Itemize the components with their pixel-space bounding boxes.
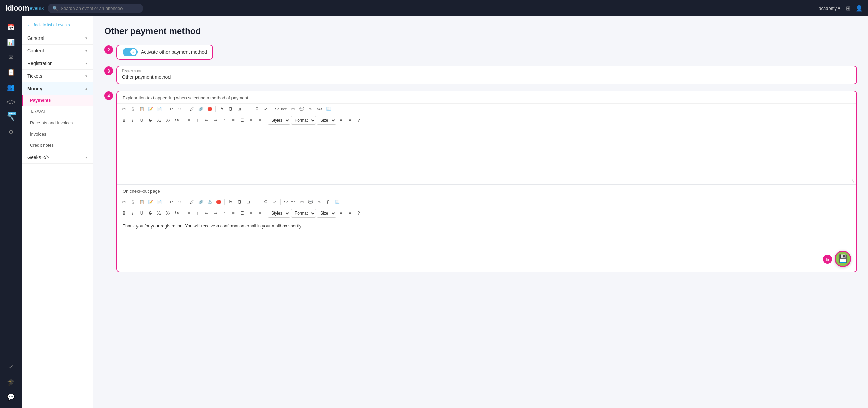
toolbar-subscript-btn[interactable]: X₂ [155,116,163,124]
toolbar2-comment-btn[interactable]: 💬 [307,198,315,206]
academy-dropdown[interactable]: academy ▾ [819,6,840,11]
toolbar2-bold-btn[interactable]: B [120,209,128,217]
toolbar2-special-btn[interactable]: Ω [262,198,270,206]
sidebar-item-wrench[interactable]: 🔧 NEW [4,110,18,124]
editor1-format-select[interactable]: Format [291,116,316,125]
toolbar2-subscript-btn[interactable]: X₂ [155,209,163,217]
toolbar2-link-btn[interactable]: 🔗 [197,198,205,206]
toolbar2-bgcolor-btn[interactable]: A [346,209,354,217]
toolbar-ordered-list-btn[interactable]: ≡ [185,116,193,124]
toolbar2-align-center-btn[interactable]: ☰ [238,209,246,217]
sidebar-item-graduation[interactable]: 🎓 [4,375,18,389]
toolbar-align-right-btn[interactable]: ≡ [247,116,255,124]
nav-sub-item-credit-notes[interactable]: Credit notes [22,140,93,151]
editor2-styles-select[interactable]: Styles [268,209,290,218]
toolbar-doc-btn[interactable]: 📃 [324,105,333,113]
search-input[interactable] [61,6,138,11]
activate-toggle[interactable] [123,48,138,56]
nav-section-geeks-header[interactable]: Geeks </> ▾ [22,151,93,163]
toolbar2-fontcolor-btn[interactable]: A [337,209,345,217]
toolbar2-align-justify-btn[interactable]: ≡ [256,209,264,217]
toolbar-flag-btn[interactable]: ⚑ [218,105,226,113]
toolbar2-paste-text-btn[interactable]: 📝 [146,198,155,206]
toolbar2-ordered-list-btn[interactable]: ≡ [185,209,193,217]
editor2-body[interactable]: Thank you for your registration! You wil… [117,219,856,247]
toolbar-quote-btn[interactable]: ❝ [220,116,228,124]
nav-sub-item-invoices[interactable]: Invoices [22,128,93,140]
search-bar[interactable]: 🔍 [48,4,143,13]
toolbar2-clearformat-btn[interactable]: I✕ [173,209,181,217]
toolbar2-align-left-btn[interactable]: ≡ [229,209,237,217]
toolbar2-more-btn[interactable]: ✉ [298,198,306,206]
toolbar2-unordered-list-btn[interactable]: ⁝ [194,209,202,217]
toolbar-unordered-list-btn[interactable]: ⁝ [194,116,202,124]
editor1-size-select[interactable]: Size [317,116,336,125]
sidebar-item-calendar[interactable]: 📅 [4,20,18,34]
toolbar2-hr-btn[interactable]: — [253,198,261,206]
toolbar-clearformat-btn[interactable]: I✕ [173,116,181,124]
toolbar-cut-btn[interactable]: ✂ [120,105,128,113]
nav-section-general-header[interactable]: General ▾ [22,32,93,44]
sidebar-item-book[interactable]: 📋 [4,65,18,79]
toolbar2-superscript-btn[interactable]: X² [164,209,172,217]
toolbar-superscript-btn[interactable]: X² [164,116,172,124]
editor2-size-select[interactable]: Size [317,209,336,218]
toolbar-indent-btn[interactable]: ⇥ [211,116,220,124]
toolbar-track-btn[interactable]: ⟲ [307,105,315,113]
toolbar-paste-text-btn[interactable]: 📝 [146,105,155,113]
toolbar-paste-word-btn[interactable]: 📄 [155,105,163,113]
sidebar-item-users[interactable]: 👥 [4,80,18,94]
toolbar-link-btn[interactable]: 🔗 [197,105,205,113]
money-header[interactable]: Money ▴ [22,82,93,95]
editor1-styles-select[interactable]: Styles [268,116,290,125]
toolbar2-source-btn[interactable]: Source [283,198,297,206]
toolbar2-fullscreen-btn[interactable]: ⤢ [271,198,279,206]
toolbar2-copy-btn[interactable]: ⎘ [129,198,137,206]
nav-section-registration-header[interactable]: Registration ▾ [22,57,93,69]
nav-sub-item-taxvat[interactable]: Tax/VAT [22,106,93,117]
editor1-resize-handle[interactable]: ⤡ [117,177,856,184]
grid-icon[interactable]: ⊞ [846,5,850,12]
toolbar-special-btn[interactable]: Ω [253,105,261,113]
sidebar-item-chat[interactable]: 💬 [4,390,18,404]
toolbar-more-btn[interactable]: ✉ [289,105,297,113]
sidebar-item-check[interactable]: ✓ [4,360,18,374]
nav-section-tickets-header[interactable]: Tickets ▾ [22,70,93,82]
toolbar-html-btn[interactable]: </> [316,105,324,113]
toolbar2-help-btn[interactable]: ? [355,209,363,217]
sidebar-item-email[interactable]: ✉ [4,50,18,64]
toolbar-source-btn[interactable]: Source [274,105,288,113]
toolbar-fullscreen-btn[interactable]: ⤢ [262,105,270,113]
toolbar2-outdent-btn[interactable]: ⇤ [203,209,211,217]
toolbar-image-btn[interactable]: 🖼 [226,105,235,113]
toolbar-outdent-btn[interactable]: ⇤ [203,116,211,124]
nav-sub-item-receipts[interactable]: Receipts and invoices [22,117,93,128]
toolbar2-code-btn[interactable]: {} [324,198,333,206]
toolbar-bold-btn[interactable]: B [120,116,128,124]
sidebar-item-gear[interactable]: ⚙ [4,125,18,139]
toolbar2-flag-btn[interactable]: ⚑ [226,198,235,206]
toolbar2-anchor-btn[interactable]: ⚓ [206,198,214,206]
toolbar-bgcolor-btn[interactable]: A [346,116,354,124]
toolbar2-image-btn[interactable]: 🖼 [235,198,243,206]
toolbar-hr-btn[interactable]: — [244,105,252,113]
toolbar2-quote-btn[interactable]: ❝ [220,209,228,217]
nav-section-content-header[interactable]: Content ▾ [22,45,93,57]
toolbar2-redo-btn[interactable]: ↪ [176,198,184,206]
toolbar2-paste-word-btn[interactable]: 📄 [155,198,163,206]
toolbar2-align-right-btn[interactable]: ≡ [247,209,255,217]
toolbar-align-left-btn[interactable]: ≡ [229,116,237,124]
toolbar-align-center-btn[interactable]: ☰ [238,116,246,124]
editor2-format-select[interactable]: Format [291,209,316,218]
toolbar2-cut-btn[interactable]: ✂ [120,198,128,206]
toolbar2-table-btn[interactable]: ⊞ [244,198,252,206]
toolbar-redo-btn[interactable]: ↪ [176,105,184,113]
toolbar2-undo-btn[interactable]: ↩ [167,198,175,206]
toolbar2-indent-btn[interactable]: ⇥ [211,209,220,217]
user-icon[interactable]: 👤 [856,5,863,12]
toolbar-fontcolor-btn[interactable]: A [337,116,345,124]
sidebar-item-code[interactable]: </> [4,95,18,109]
toolbar2-format-btn[interactable]: 🖊 [188,198,196,206]
toolbar-copy-btn[interactable]: ⎘ [129,105,137,113]
toolbar-unlink-btn[interactable]: ⛔ [206,105,214,113]
